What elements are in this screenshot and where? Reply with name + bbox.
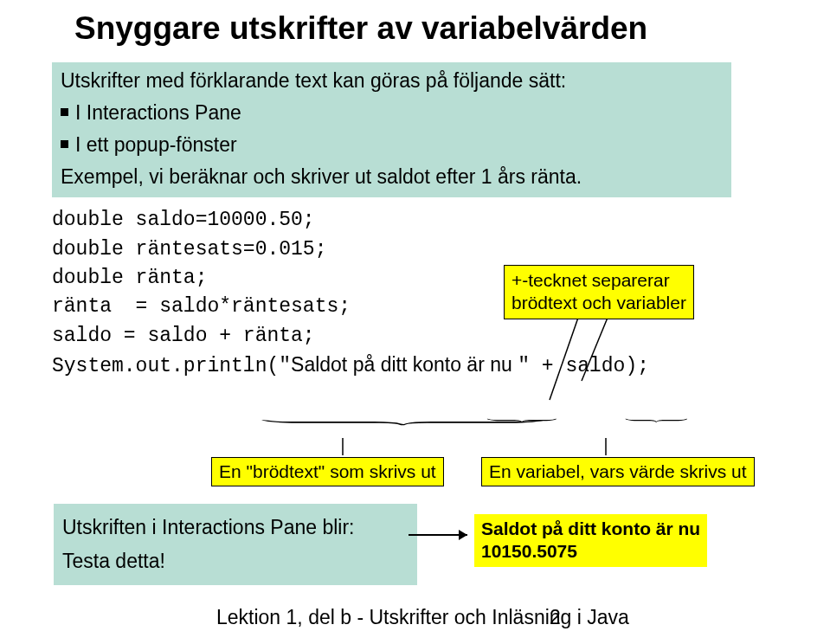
- code-l4: ränta = saldo*räntesats;: [52, 295, 351, 318]
- footer-text: Lektion 1, del b - Utskrifter och Inläsn…: [216, 606, 629, 629]
- svg-marker-3: [459, 530, 467, 540]
- bullet-interactions: I Interactions Pane: [61, 100, 723, 126]
- page-number: 2: [550, 606, 561, 629]
- code-l5: saldo = saldo + ränta;: [52, 325, 315, 347]
- bullet-square-icon: [61, 108, 68, 116]
- brace-icon: ︸: [623, 410, 697, 435]
- page-title: Snyggare utskrifter av variabelvärden: [74, 10, 795, 47]
- note-variable-out: En variabel, vars värde skrivs ut: [481, 457, 755, 486]
- intro-lead: Utskrifter med förklarande text kan göra…: [61, 68, 723, 94]
- bullet-text-1: I Interactions Pane: [75, 100, 241, 126]
- brace-icon: ︸: [485, 410, 567, 435]
- code-l3: double ränta;: [52, 267, 207, 289]
- note-saldo-l1: Saldot på ditt konto är nu: [481, 518, 700, 540]
- footer-label: Lektion 1, del b - Utskrifter och Inläsn…: [216, 606, 629, 628]
- code-l6c: " + saldo);: [518, 355, 649, 377]
- code-l6a: System.out.println(": [52, 355, 291, 377]
- bullet-popup: I ett popup-fönster: [61, 132, 723, 158]
- note-utskrift: Utskriften i Interactions Pane blir: Tes…: [54, 504, 417, 585]
- code-l6b: Saldot på ditt konto är nu: [291, 353, 518, 376]
- code-l2: double räntesats=0.015;: [52, 238, 326, 261]
- bullet-text-2: I ett popup-fönster: [75, 132, 237, 158]
- intro-block: Utskrifter med förklarande text kan göra…: [52, 62, 731, 197]
- note-utskrift-l2: Testa detta!: [62, 544, 409, 578]
- note-saldo-l2: 10150.5075: [481, 540, 700, 563]
- note-plus-sign: +-tecknet separerar brödtext och variabl…: [504, 265, 694, 319]
- note-brodtext: En "brödtext" som skrivs ut: [211, 457, 444, 486]
- code-l1: double saldo=10000.50;: [52, 209, 315, 231]
- note-utskrift-l1: Utskriften i Interactions Pane blir:: [62, 511, 409, 544]
- bullet-square-icon: [61, 140, 68, 148]
- intro-example: Exempel, vi beräknar och skriver ut sald…: [61, 164, 723, 190]
- note-saldo-result: Saldot på ditt konto är nu 10150.5075: [474, 514, 707, 567]
